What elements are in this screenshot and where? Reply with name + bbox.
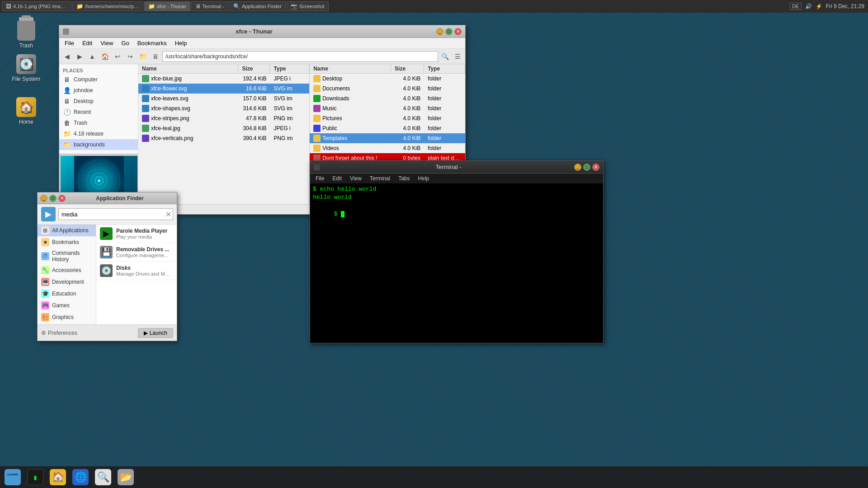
taskbar-btn-thunar-misc[interactable]: 📁/home/schwinn/misc/pro... bbox=[72, 1, 143, 11]
power-icon[interactable]: ⚡ bbox=[816, 3, 822, 9]
preferences-btn[interactable]: ⚙ Preferences bbox=[41, 330, 77, 336]
terminal-menu-help[interactable]: Help bbox=[415, 175, 433, 182]
file-row[interactable]: Pictures 4.0 KiB folder bbox=[310, 113, 465, 123]
menu-edit[interactable]: Edit bbox=[79, 39, 96, 47]
file-row[interactable]: Downloads 4.0 KiB folder bbox=[310, 94, 465, 103]
dock-btn-appfinder[interactable]: 🔍 bbox=[92, 467, 114, 487]
taskbar-btn-app-finder[interactable]: 🔍Application Finder bbox=[229, 1, 286, 11]
sidebar-item-418release[interactable]: 📁 4.18 release bbox=[59, 128, 138, 139]
open-terminal-btn[interactable]: 🖥 bbox=[150, 51, 161, 62]
dock-btn-files[interactable]: 📂 bbox=[115, 467, 137, 487]
file-row[interactable]: Music 4.0 KiB folder bbox=[310, 103, 465, 113]
col-size-left[interactable]: Size bbox=[238, 64, 270, 73]
appfinder-minimize-btn[interactable]: _ bbox=[40, 195, 47, 202]
terminal-menu-file[interactable]: File bbox=[312, 175, 328, 182]
appfinder-search-input[interactable] bbox=[58, 208, 173, 220]
home-toolbar-btn[interactable]: 🏠 bbox=[99, 51, 111, 62]
trash-label: Trash bbox=[19, 42, 33, 49]
terminal-close-btn[interactable]: ✕ bbox=[592, 164, 599, 171]
terminal-menu-view[interactable]: View bbox=[346, 175, 365, 182]
desktop-icon-filesystem[interactable]: 💽 File System bbox=[8, 54, 44, 82]
menu-view[interactable]: View bbox=[97, 39, 117, 47]
terminal-menu-tabs[interactable]: Tabs bbox=[395, 175, 413, 182]
cat-games[interactable]: 🎮 Games bbox=[38, 300, 96, 311]
col-name-right[interactable]: Name bbox=[310, 64, 391, 73]
cat-commands-history[interactable]: ⏱ Commands History bbox=[38, 248, 96, 264]
menu-file[interactable]: File bbox=[61, 39, 78, 47]
address-bar[interactable] bbox=[162, 51, 438, 62]
taskbar-btn-img-viewer[interactable]: 🖼4.16-1.png (PNG Image, ...) bbox=[2, 1, 71, 11]
terminal-minimize-btn[interactable]: _ bbox=[574, 164, 581, 171]
file-row[interactable]: xfce-stripes.png 47.8 KiB PNG im bbox=[138, 113, 309, 123]
taskbar-btn-xfce-thunar[interactable]: 📁xfce - Thunar bbox=[144, 1, 190, 11]
new-folder-btn[interactable]: 📁 bbox=[137, 51, 149, 62]
appfinder-close-btn[interactable]: ✕ bbox=[58, 195, 66, 202]
col-size-right[interactable]: Size bbox=[391, 64, 424, 73]
cat-graphics[interactable]: 🎨 Graphics bbox=[38, 311, 96, 323]
disks-name: Disks bbox=[116, 265, 169, 271]
file-row[interactable]: Templates 4.0 KiB folder bbox=[310, 133, 465, 143]
forward-btn[interactable]: ▶ bbox=[74, 51, 85, 62]
view-toggle-btn[interactable]: ☰ bbox=[452, 51, 463, 62]
sidebar-item-recent[interactable]: 🕐 Recent bbox=[59, 107, 138, 117]
file-row[interactable]: Desktop 4.0 KiB folder bbox=[310, 74, 465, 84]
menu-help[interactable]: Help bbox=[171, 39, 191, 47]
cat-development[interactable]: 💻 Development bbox=[38, 276, 96, 288]
thunar-minimize-btn[interactable]: _ bbox=[436, 28, 443, 35]
desktop-icon-trash[interactable]: Trash bbox=[8, 19, 44, 49]
col-type-right[interactable]: Type bbox=[424, 64, 465, 73]
file-row[interactable]: Videos 4.0 KiB folder bbox=[310, 143, 465, 153]
dock-btn-home[interactable]: 🏠 bbox=[47, 467, 69, 487]
sidebar-item-backgrounds[interactable]: 📁 backgrounds bbox=[59, 139, 138, 150]
file-type: JPEG i bbox=[270, 75, 309, 83]
sidebar-item-desktop[interactable]: 🖥 Desktop bbox=[59, 96, 138, 107]
search-btn[interactable]: 🔍 bbox=[439, 51, 451, 62]
file-name: Videos bbox=[322, 145, 339, 151]
terminal-menu-edit[interactable]: Edit bbox=[329, 175, 345, 182]
file-row[interactable]: xfce-verticals.png 390.4 KiB PNG im bbox=[138, 133, 309, 143]
file-row[interactable]: xfce-teal.jpg 304.8 KiB JPEG i bbox=[138, 123, 309, 133]
appfinder-maximize-btn[interactable]: □ bbox=[49, 195, 57, 202]
cat-education[interactable]: 🎓 Education bbox=[38, 288, 96, 300]
redo-btn[interactable]: ↪ bbox=[124, 51, 136, 62]
file-row[interactable]: xfce-flower.svg 16.6 KiB SVG im bbox=[138, 84, 309, 94]
cat-all-applications[interactable]: ⊞ All Applications bbox=[38, 225, 96, 236]
cat-bookmarks[interactable]: ★ Bookmarks bbox=[38, 236, 96, 248]
cat-accessories[interactable]: 🔧 Accessories bbox=[38, 264, 96, 276]
dock-btn-terminal[interactable]: ▮ bbox=[24, 467, 46, 487]
dock-btn-browser[interactable]: 🌐 bbox=[70, 467, 91, 487]
volume-icon[interactable]: 🔊 bbox=[805, 3, 812, 9]
terminal-maximize-btn[interactable]: □ bbox=[583, 164, 590, 171]
taskbar-btn-terminal[interactable]: 🖥Terminal - bbox=[191, 1, 228, 11]
sidebar-item-trash[interactable]: 🗑 Trash bbox=[59, 117, 138, 128]
file-icon bbox=[142, 125, 149, 132]
file-row[interactable]: xfce-leaves.svg 157.0 KiB SVG im bbox=[138, 94, 309, 103]
file-row[interactable]: Public 4.0 KiB folder bbox=[310, 123, 465, 133]
sidebar-item-computer[interactable]: 🖥 Computer bbox=[59, 74, 138, 85]
terminal-body[interactable]: $ echo hello world hello world $ bbox=[310, 183, 603, 343]
thunar-maximize-btn[interactable]: □ bbox=[445, 28, 453, 35]
search-clear-btn[interactable]: ✕ bbox=[165, 210, 171, 219]
col-name-left[interactable]: Name bbox=[138, 64, 238, 73]
thunar-close-btn[interactable]: ✕ bbox=[454, 28, 462, 35]
file-row[interactable]: xfce-blue.jpg 192.4 KiB JPEG i bbox=[138, 74, 309, 84]
desktop-icon-home[interactable]: 🏠 Home bbox=[8, 97, 44, 125]
dock-btn-file-manager[interactable] bbox=[2, 467, 24, 487]
taskbar-btn-screenshot[interactable]: 📷Screenshot bbox=[287, 1, 329, 11]
menu-bookmarks[interactable]: Bookmarks bbox=[134, 39, 170, 47]
result-disks[interactable]: 💿 Disks Manage Drives and M... bbox=[96, 262, 177, 280]
result-removable[interactable]: 💾 Removable Drives ... Configure managem… bbox=[96, 243, 177, 262]
back-btn[interactable]: ◀ bbox=[61, 51, 73, 62]
undo-btn[interactable]: ↩ bbox=[112, 51, 123, 62]
up-btn[interactable]: ▲ bbox=[86, 51, 98, 62]
keyboard-layout[interactable]: DE bbox=[790, 3, 801, 10]
file-row[interactable]: xfce-shapes.svg 314.6 KiB SVG im bbox=[138, 103, 309, 113]
menu-go[interactable]: Go bbox=[118, 39, 132, 47]
launch-btn[interactable]: ▶ Launch bbox=[138, 328, 173, 338]
file-row[interactable]: Documents 4.0 KiB folder bbox=[310, 84, 465, 94]
terminal-menu-terminal[interactable]: Terminal bbox=[366, 175, 394, 182]
col-type-left[interactable]: Type bbox=[270, 64, 309, 73]
sidebar-item-johndoe[interactable]: 👤 johndoe bbox=[59, 85, 138, 96]
file-icon bbox=[313, 115, 321, 122]
result-parole[interactable]: ▶ Parole Media Player Play your media bbox=[96, 225, 177, 243]
